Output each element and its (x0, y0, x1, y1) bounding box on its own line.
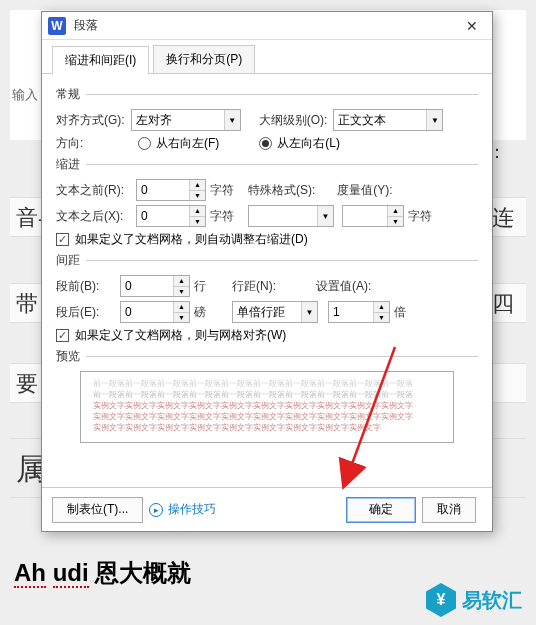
space-before-label: 段前(B): (56, 278, 114, 295)
direction-label: 方向: (56, 135, 106, 152)
chevron-down-icon: ▼ (224, 110, 240, 130)
line-spacing-label: 行距(N): (232, 278, 276, 295)
special-format-label: 特殊格式(S): (248, 182, 315, 199)
indent-after-spinner[interactable]: 0 ▲▼ (136, 205, 206, 227)
section-indent: 缩进 (56, 156, 80, 173)
indent-before-spinner[interactable]: 0 ▲▼ (136, 179, 206, 201)
outline-combo[interactable]: 正文文本 ▼ (333, 109, 443, 131)
section-spacing: 间距 (56, 252, 80, 269)
chevron-down-icon: ▼ (426, 110, 442, 130)
measure-label: 度量值(Y): (337, 182, 392, 199)
tips-link[interactable]: ▸ 操作技巧 (149, 501, 216, 518)
indent-after-label: 文本之后(X): (56, 208, 130, 225)
app-icon: W (48, 17, 66, 35)
dialog-title: 段落 (74, 17, 458, 34)
logo-icon: ¥ (426, 583, 456, 617)
space-after-spinner[interactable]: 0 ▲▼ (120, 301, 190, 323)
paragraph-dialog: W 段落 ✕ 缩进和间距(I) 换行和分页(P) 常规 对齐方式(G): 左对齐… (41, 11, 493, 532)
outline-label: 大纲级别(O): (259, 112, 328, 129)
tab-indent-spacing[interactable]: 缩进和间距(I) (52, 46, 149, 74)
doc-bottom-text: Ah udi 恩大概就 (14, 557, 191, 589)
watermark-logo: ¥ 易软汇 (426, 583, 522, 617)
snap-grid-checkbox[interactable]: 如果定义了文档网格，则与网格对齐(W) (56, 327, 286, 344)
set-value-label: 设置值(A): (316, 278, 371, 295)
doc-input-hint: 输入 (12, 86, 38, 104)
chevron-down-icon: ▼ (301, 302, 317, 322)
chevron-down-icon: ▼ (317, 206, 333, 226)
line-spacing-combo[interactable]: 单倍行距 ▼ (232, 301, 318, 323)
tabs-button[interactable]: 制表位(T)... (52, 497, 143, 523)
indent-before-label: 文本之前(R): (56, 182, 130, 199)
rtl-radio[interactable]: 从右向左(F) (138, 135, 219, 152)
space-before-spinner[interactable]: 0 ▲▼ (120, 275, 190, 297)
align-combo[interactable]: 左对齐 ▼ (131, 109, 241, 131)
cancel-button[interactable]: 取消 (422, 497, 476, 523)
special-format-combo[interactable]: ▼ (248, 205, 334, 227)
space-after-label: 段后(E): (56, 304, 114, 321)
measure-spinner[interactable]: ▲▼ (342, 205, 404, 227)
section-preview: 预览 (56, 348, 80, 365)
auto-indent-checkbox[interactable]: 如果定义了文档网格，则自动调整右缩进(D) (56, 231, 308, 248)
ltr-radio[interactable]: 从左向右(L) (259, 135, 340, 152)
align-label: 对齐方式(G): (56, 112, 125, 129)
play-icon: ▸ (149, 503, 163, 517)
close-button[interactable]: ✕ (458, 18, 486, 34)
set-value-spinner[interactable]: 1 ▲▼ (328, 301, 390, 323)
section-general: 常规 (56, 86, 80, 103)
ok-button[interactable]: 确定 (346, 497, 416, 523)
tab-line-page-breaks[interactable]: 换行和分页(P) (153, 45, 255, 73)
preview-pane: 前一段落前一段落前一段落前一段落前一段落前一段落前一段落前一段落前一段落前一段落… (80, 371, 454, 443)
